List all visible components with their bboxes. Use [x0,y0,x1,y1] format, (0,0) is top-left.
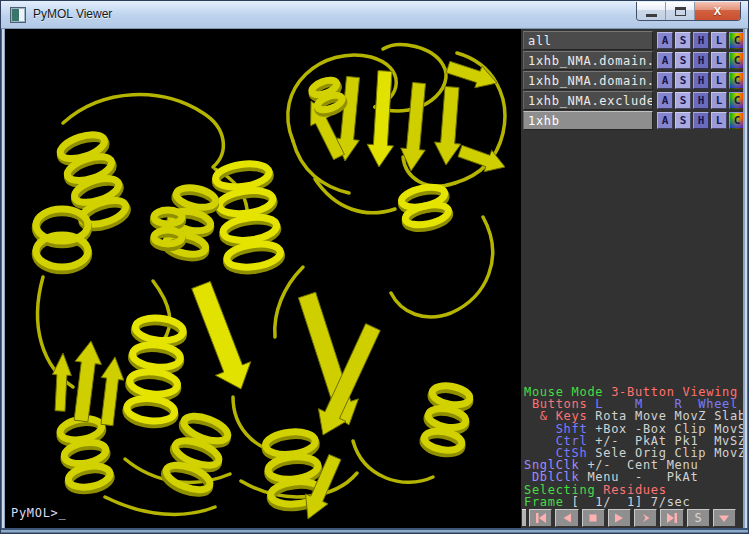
hide-button[interactable]: H [693,52,709,69]
viewport[interactable]: PyMOL>_ [5,29,521,528]
stop-icon [586,512,600,524]
step-forward-button[interactable] [634,509,657,527]
title-bar[interactable]: PyMOL Viewer X [1,1,748,29]
window-title: PyMOL Viewer [33,7,112,21]
scene-button[interactable]: S [687,509,710,527]
show-button[interactable]: S [675,112,691,129]
window-controls: X [636,2,741,21]
pymol-window: PyMOL Viewer X PyMOL>_ allASHLC1xhb_NMA.… [0,0,749,534]
minimize-button[interactable] [637,2,666,20]
skip-to-end-button[interactable] [660,509,683,527]
window-border-right [743,29,748,534]
object-list: allASHLC1xhb_NMA.domain.ASHLC1xhb_NMA.do… [521,29,746,130]
object-name[interactable]: 1xhb_NMA.exclude [523,91,653,110]
play-icon [612,512,626,524]
action-button[interactable]: A [657,112,673,129]
show-button[interactable]: S [675,72,691,89]
show-button[interactable]: S [675,52,691,69]
command-prompt[interactable]: PyMOL>_ [11,506,66,520]
mouse-mode-panel: Mouse Mode 3-Button Viewing Buttons L M … [524,386,746,508]
step-back-icon [560,512,574,524]
hide-button[interactable]: H [693,72,709,89]
minimize-icon [646,14,657,17]
close-button[interactable]: X [695,2,740,20]
skip-end-icon [665,512,679,524]
object-name[interactable]: all [523,31,653,50]
play-button[interactable] [608,509,631,527]
hide-button[interactable]: H [693,32,709,49]
object-row: 1xhbASHLC [521,111,746,130]
label-button[interactable]: L [711,52,727,69]
app-icon [10,7,26,23]
control-panel: allASHLC1xhb_NMA.domain.ASHLC1xhb_NMA.do… [521,29,746,528]
action-button[interactable]: A [657,52,673,69]
object-name[interactable]: 1xhb_NMA.domain. [523,51,653,70]
action-button[interactable]: A [657,92,673,109]
scene-label: S [695,511,702,525]
skip-to-start-button[interactable] [529,509,552,527]
mouse-panel-line: Frame [ 1/ 1] 7/sec [524,496,746,508]
show-button[interactable]: S [675,92,691,109]
maximize-button[interactable] [666,2,695,20]
action-button[interactable]: A [657,32,673,49]
step-forward-icon [639,512,653,524]
label-button[interactable]: L [711,72,727,89]
object-name[interactable]: 1xhb [523,111,653,130]
skip-start-icon [534,512,548,524]
playbar-handle[interactable] [522,509,526,527]
molecule-canvas[interactable] [5,29,521,528]
show-button[interactable]: S [675,32,691,49]
label-button[interactable]: L [711,92,727,109]
playback-buttons: S [529,509,736,527]
hide-button[interactable]: H [693,92,709,109]
down-arrow-icon [717,512,731,524]
close-icon: X [714,5,721,17]
window-border-bottom [1,528,748,534]
object-row: 1xhb_NMA.domain.ASHLC [521,51,746,70]
label-button[interactable]: L [711,112,727,129]
menu-button[interactable] [713,509,736,527]
playback-bar: S [521,508,746,527]
object-row: 1xhb_NMA.excludeASHLC [521,91,746,110]
maximize-icon [675,7,686,16]
hide-button[interactable]: H [693,112,709,129]
step-back-button[interactable] [555,509,578,527]
object-row: allASHLC [521,31,746,50]
window-border-left [1,29,5,534]
object-name[interactable]: 1xhb_NMA.domain. [523,71,653,90]
stop-button[interactable] [582,509,605,527]
action-button[interactable]: A [657,72,673,89]
object-row: 1xhb_NMA.domain.ASHLC [521,71,746,90]
label-button[interactable]: L [711,32,727,49]
